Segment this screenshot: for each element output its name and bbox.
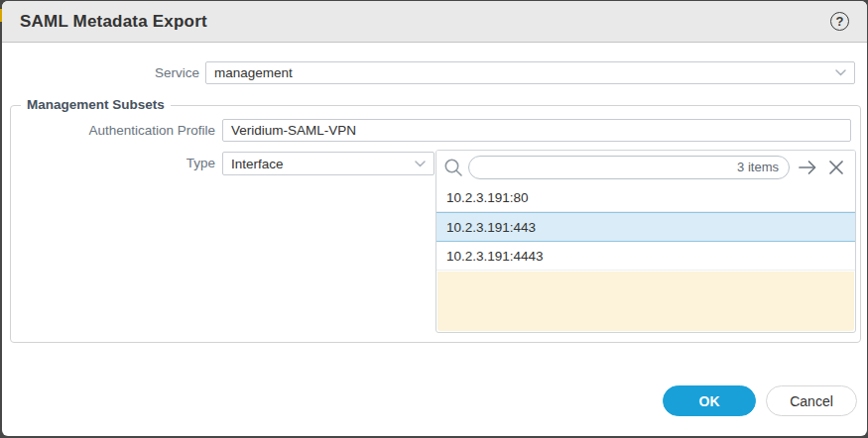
list-item[interactable]: 10.2.3.191:4443 — [436, 242, 855, 271]
type-select-value: Interface — [231, 154, 415, 174]
item-count-label: 3 items — [737, 160, 779, 174]
chevron-down-icon — [415, 161, 426, 167]
page-title: SAML Metadata Export — [20, 12, 207, 32]
saml-metadata-export-dialog: SAML Metadata Export ? Service managemen… — [2, 1, 867, 436]
filter-input[interactable] — [479, 160, 737, 174]
ok-button[interactable]: OK — [663, 385, 756, 416]
apply-filter-arrow-icon[interactable] — [797, 157, 818, 178]
service-select[interactable]: management — [205, 61, 855, 84]
list-item-selected[interactable]: 10.2.3.191:443 — [436, 212, 855, 242]
service-select-value: management — [214, 62, 835, 83]
interface-list-panel: 3 items 10.2.3.191:80 10.2.3. — [435, 150, 856, 333]
management-subsets-legend: Management Subsets — [21, 97, 171, 112]
auth-profile-label: Authentication Profile — [11, 119, 215, 142]
search-icon — [442, 157, 464, 178]
cancel-button[interactable]: Cancel — [766, 385, 857, 416]
service-label: Service — [2, 61, 199, 84]
type-label: Type — [11, 152, 215, 174]
chevron-down-icon — [835, 69, 846, 76]
management-subsets-fieldset: Management Subsets Authentication Profil… — [10, 105, 861, 343]
interface-list-rows: 10.2.3.191:80 10.2.3.191:443 10.2.3.191:… — [436, 183, 855, 332]
clear-filter-icon[interactable] — [825, 157, 847, 178]
filter-pill: 3 items — [468, 156, 790, 179]
list-empty-area — [437, 272, 854, 331]
type-select[interactable]: Interface — [222, 152, 434, 175]
interface-list-toolbar: 3 items — [436, 151, 855, 183]
help-icon[interactable]: ? — [830, 12, 849, 31]
auth-profile-input[interactable] — [222, 119, 851, 142]
dialog-header: SAML Metadata Export ? — [2, 1, 867, 43]
list-item[interactable]: 10.2.3.191:80 — [436, 183, 855, 212]
